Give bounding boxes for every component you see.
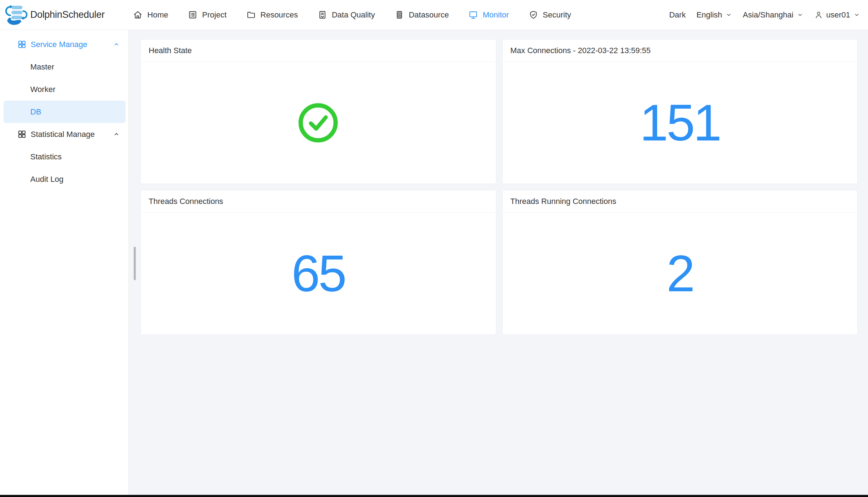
main-nav: Home Project Resources Data Quality [133,10,571,20]
threads-running-connections-value: 2 [667,248,693,299]
sidebar-item-db[interactable]: DB [4,101,125,123]
card-header: Max Connections - 2022-03-22 13:59:55 [503,40,858,62]
nav-project[interactable]: Project [188,10,226,20]
grid-icon [17,129,27,139]
card-grid: Health State Max Connections - 2022-03-2… [140,39,858,335]
threads-connections-value: 65 [292,248,345,299]
user-icon [814,10,823,19]
card-header: Threads Running Connections [503,190,858,213]
sidebar-item-worker[interactable]: Worker [4,78,125,101]
chevron-down-icon [853,11,860,18]
sidebar-item-audit-log[interactable]: Audit Log [4,168,125,190]
username: user01 [826,10,850,20]
nav-label: Project [202,10,226,20]
project-icon [188,10,197,20]
top-nav-bar: DolphinScheduler Home Project Resources [0,0,868,30]
nav-label: Data Quality [332,10,375,20]
card-title: Threads Connections [149,197,223,206]
main-content: Health State Max Connections - 2022-03-2… [129,30,868,497]
sidebar-item-label: Master [30,62,54,72]
nav-label: Datasource [409,10,449,20]
timezone-value: Asia/Shanghai [743,10,793,20]
user-menu[interactable]: user01 [814,10,860,20]
taskbar-edge [0,495,868,497]
chevron-down-icon [797,11,803,18]
datasource-icon [395,10,404,20]
card-header: Threads Connections [141,190,496,213]
card-title: Threads Running Connections [510,197,616,206]
language-value: English [697,10,722,20]
sidebar-group-label: Statistical Manage [31,130,95,139]
page-layout: Service Manage Master Worker DB Statisti… [0,30,868,497]
scrollbar-thumb[interactable] [134,247,136,280]
card-body: 65 [141,213,496,334]
monitor-icon [468,10,478,20]
nav-security[interactable]: Security [529,10,571,20]
nav-resources[interactable]: Resources [246,10,298,20]
dolphin-logo-icon [5,4,28,26]
sidebar-item-label: Worker [30,85,56,94]
sidebar-item-label: DB [30,107,41,117]
card-header: Health State [141,40,496,62]
home-icon [133,10,143,20]
language-select[interactable]: English [697,10,732,20]
card-threads-running-connections: Threads Running Connections 2 [502,190,858,335]
card-body [141,62,496,184]
sidebar: Service Manage Master Worker DB Statisti… [0,30,129,497]
card-max-connections: Max Connections - 2022-03-22 13:59:55 15… [502,39,858,184]
topbar-controls: Dark English Asia/Shanghai user01 [669,10,860,20]
card-health-state: Health State [140,39,496,184]
sidebar-group-statistical-manage[interactable]: Statistical Manage [4,123,125,145]
sidebar-item-label: Statistics [30,152,62,162]
nav-label: Monitor [483,10,509,20]
sidebar-item-master[interactable]: Master [4,56,125,78]
nav-label: Resources [261,10,298,20]
theme-toggle[interactable]: Dark [669,10,685,20]
sidebar-item-label: Audit Log [30,175,63,184]
sidebar-group-label: Service Manage [31,40,87,49]
card-title: Health State [149,46,192,55]
card-title: Max Connections - 2022-03-22 13:59:55 [510,46,651,55]
sidebar-item-statistics[interactable]: Statistics [4,145,125,168]
nav-datasource[interactable]: Datasource [395,10,449,20]
chevron-up-icon [113,131,120,138]
check-circle-icon [298,103,338,143]
nav-home[interactable]: Home [133,10,168,20]
theme-toggle-label: Dark [669,10,685,20]
folder-icon [246,10,256,20]
nav-label: Home [147,10,168,20]
nav-label: Security [543,10,571,20]
card-body: 2 [503,213,858,334]
app-logo[interactable]: DolphinScheduler [5,4,104,26]
nav-data-quality[interactable]: Data Quality [318,10,375,20]
card-body: 151 [503,62,858,184]
nav-monitor[interactable]: Monitor [468,10,509,20]
chevron-up-icon [113,41,120,48]
shield-icon [529,10,538,20]
max-connections-value: 151 [640,97,720,149]
timezone-select[interactable]: Asia/Shanghai [743,10,803,20]
sidebar-group-service-manage[interactable]: Service Manage [4,33,125,56]
grid-icon [17,40,27,49]
app-title: DolphinScheduler [30,9,104,20]
chevron-down-icon [725,11,732,18]
card-threads-connections: Threads Connections 65 [140,190,496,335]
data-quality-icon [318,10,327,20]
